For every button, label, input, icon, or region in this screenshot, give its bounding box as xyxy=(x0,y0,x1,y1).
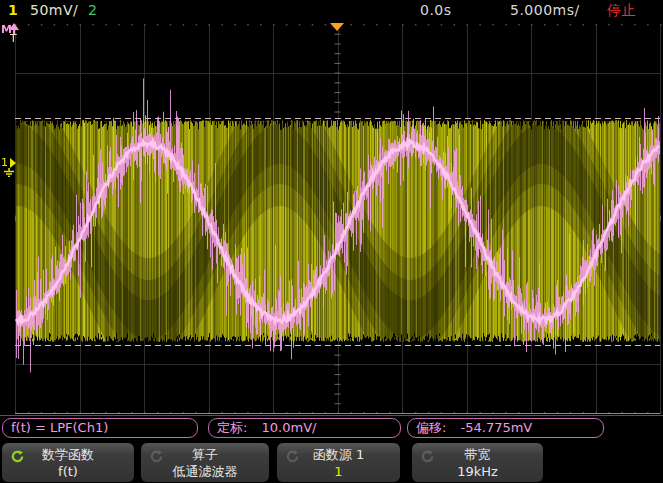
softkey-value: 19kHz xyxy=(412,463,543,480)
softkey-math-function[interactable]: 数学函数 f(t) xyxy=(2,443,134,482)
softkey-label: 函数源 1 xyxy=(313,447,364,462)
ground-icon xyxy=(3,168,15,177)
channel2-badge[interactable]: 2 xyxy=(88,2,97,18)
arrow-right-icon xyxy=(10,158,16,168)
softkey-value: f(t) xyxy=(2,463,134,480)
cycle-icon xyxy=(10,449,25,464)
softkey-value: 低通滤波器 xyxy=(141,463,269,480)
softkey-label: 算子 xyxy=(192,447,218,462)
channel1-badge[interactable]: 1 xyxy=(8,2,18,18)
softkey-menu-bar: 数学函数 f(t) 算子 低通滤波器 函数源 1 1 带宽 19 xyxy=(0,441,663,483)
measurement-readout-bar: f(t) = LPF(Ch1) 定标: 10.0mV/ 偏移: -54.775m… xyxy=(0,415,663,440)
waveform-canvas xyxy=(0,22,663,415)
math-function-readout: f(t) = LPF(Ch1) xyxy=(2,418,198,438)
run-state-badge: 停止 xyxy=(607,2,636,20)
trigger-position-marker[interactable] xyxy=(330,23,344,31)
channel1-ground-marker[interactable]: 1 xyxy=(1,156,17,169)
softkey-function-source[interactable]: 函数源 1 1 xyxy=(277,443,400,482)
offset-label: 偏移: xyxy=(416,420,446,435)
cycle-icon xyxy=(420,449,435,464)
trigger-level-label: T xyxy=(10,34,17,44)
softkey-operator[interactable]: 算子 低通滤波器 xyxy=(141,443,269,482)
waveform-display: M T 1 xyxy=(0,22,663,415)
scale-value: 10.0mV/ xyxy=(262,420,317,435)
cycle-icon xyxy=(285,449,300,464)
softkey-value: 1 xyxy=(277,463,400,480)
channel1-scale[interactable]: 50mV/ xyxy=(30,2,78,18)
softkey-label: 带宽 xyxy=(465,447,491,462)
horizontal-delay: 0.0s xyxy=(420,2,452,18)
oscilloscope-screen: 1 50mV/ 2 0.0s 5.000ms/ 停止 M T 1 xyxy=(0,0,663,483)
softkey-label: 数学函数 xyxy=(42,447,94,462)
status-bar: 1 50mV/ 2 0.0s 5.000ms/ 停止 xyxy=(0,0,663,22)
cycle-icon xyxy=(149,449,164,464)
offset-value: -54.775mV xyxy=(461,420,533,435)
timebase-readout: 5.000ms/ xyxy=(510,2,580,18)
math-offset-readout: 偏移: -54.775mV xyxy=(407,418,604,438)
math-function-text: f(t) = LPF(Ch1) xyxy=(11,420,108,435)
scale-label: 定标: xyxy=(217,420,247,435)
softkey-bandwidth[interactable]: 带宽 19kHz xyxy=(412,443,543,482)
math-scale-readout: 定标: 10.0mV/ xyxy=(208,418,401,438)
